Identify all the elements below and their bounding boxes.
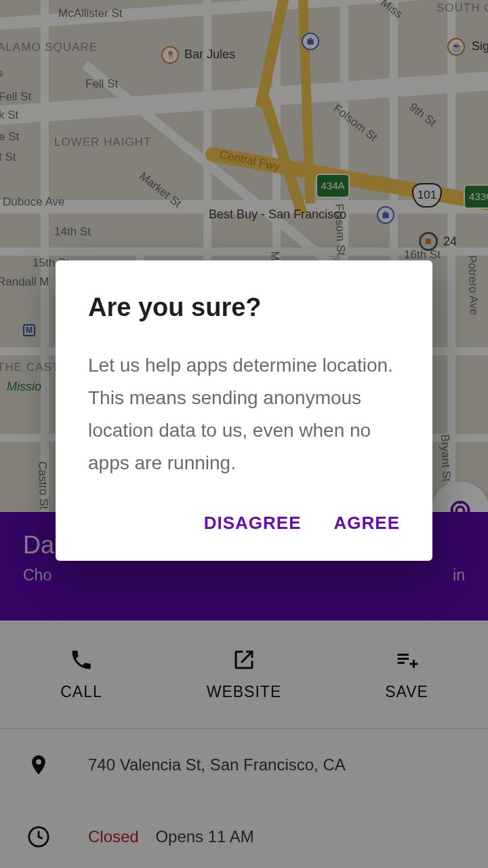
- dialog-actions: DISAGREE AGREE: [88, 513, 400, 534]
- dialog-body: Let us help apps determine location. Thi…: [88, 349, 400, 480]
- dialog-title: Are you sure?: [88, 293, 400, 322]
- disagree-button[interactable]: DISAGREE: [204, 513, 302, 534]
- agree-button[interactable]: AGREE: [334, 513, 400, 534]
- location-dialog: Are you sure? Let us help apps determine…: [56, 260, 432, 561]
